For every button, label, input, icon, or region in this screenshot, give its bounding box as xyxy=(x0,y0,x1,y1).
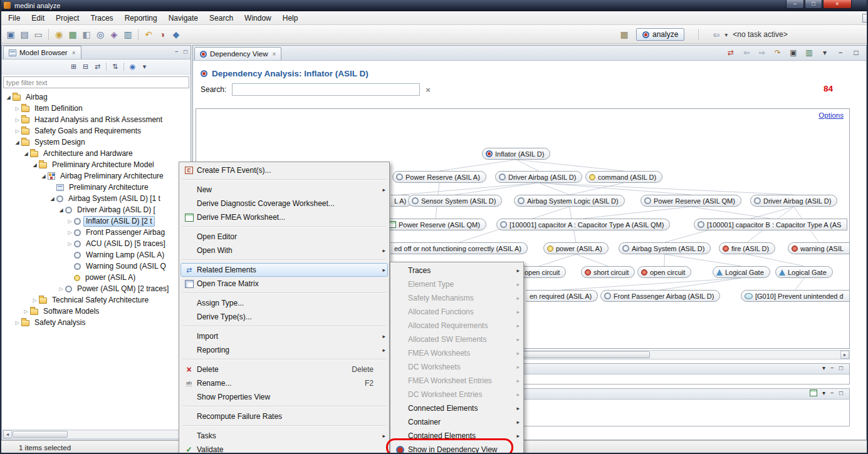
graph-node[interactable]: en required (ASIL A) xyxy=(526,290,598,302)
view-menu-caret-icon[interactable]: ▾ xyxy=(820,48,830,58)
options-link[interactable]: Options xyxy=(818,111,844,119)
context-menu-item[interactable]: Recompute Failure Rates xyxy=(180,410,388,423)
scroll-right-icon[interactable]: ▸ xyxy=(840,351,849,359)
graph-node[interactable]: short circuit xyxy=(581,266,635,278)
panel-menu-caret-icon[interactable]: ▾ xyxy=(822,364,825,371)
snapshot-icon[interactable]: ▣ xyxy=(788,48,798,58)
panel-minimize-icon[interactable]: − xyxy=(830,364,834,371)
context-menu-item[interactable]: Open Editor xyxy=(180,230,388,244)
tree-twistie-icon[interactable] xyxy=(22,309,30,314)
tree-item[interactable]: Technical Safety Architecture xyxy=(2,294,191,306)
task-caret-icon[interactable]: ▾ xyxy=(724,31,728,38)
link-editor-icon[interactable]: ⇄ xyxy=(92,62,103,72)
tree-item[interactable]: Preliminary Architecture xyxy=(2,182,191,193)
submenu-item[interactable]: Connected Elements xyxy=(392,401,522,415)
tree-item[interactable]: power (ASIL A) xyxy=(2,272,191,283)
submenu-item[interactable]: Container xyxy=(392,415,522,429)
context-menu-item[interactable]: Import xyxy=(180,329,388,343)
panel-minimize-icon[interactable]: − xyxy=(175,48,179,55)
undo-icon[interactable]: ↶ xyxy=(142,28,155,41)
print-icon[interactable]: ▭ xyxy=(31,28,45,41)
collapse-all-icon[interactable]: ⊟ xyxy=(80,62,91,72)
tree-twistie-icon[interactable] xyxy=(13,128,21,134)
context-menu-item[interactable] xyxy=(182,259,386,261)
tree-item[interactable]: Driver Airbag (ASIL D) [ xyxy=(2,204,191,215)
menu-title[interactable]: Traces xyxy=(85,12,118,24)
tree-twistie-icon[interactable] xyxy=(39,173,48,179)
clear-search-icon[interactable]: × xyxy=(426,85,431,95)
brush-icon[interactable]: ◆ xyxy=(169,28,183,41)
menu-item-show-in-dependency-view[interactable]: Show in Dependency View xyxy=(392,443,522,454)
tree-twistie-icon[interactable] xyxy=(13,106,21,111)
menu-title[interactable]: Navigate xyxy=(163,12,204,24)
tree-twistie-icon[interactable] xyxy=(57,207,65,213)
panel-toolbar-icon[interactable] xyxy=(123,63,124,71)
sort-icon[interactable]: ⇅ xyxy=(110,62,120,72)
submenu-item[interactable]: DC Worksheet Entries xyxy=(392,388,522,401)
perspective-icon-partial[interactable] xyxy=(862,14,868,23)
graph-node[interactable]: Logical Gate xyxy=(713,266,770,278)
tree-item[interactable]: Airbag System (ASIL D) [1 t xyxy=(2,193,191,204)
toolbar-icon[interactable] xyxy=(138,29,139,40)
graph-node[interactable]: Driver Airbag (ASIL D) xyxy=(495,171,582,183)
context-menu-item[interactable] xyxy=(182,326,386,327)
menu-title[interactable]: Help xyxy=(277,12,304,24)
minimize-view-icon[interactable]: − xyxy=(835,48,845,58)
context-menu-item[interactable]: Open Trace Matrix xyxy=(180,277,388,291)
comment-icon[interactable]: ◉ xyxy=(52,28,66,41)
graph-node[interactable]: fire (ASIL D) xyxy=(719,242,775,254)
panel-menu-caret-icon[interactable]: ▾ xyxy=(822,390,825,396)
tab-close-icon[interactable]: × xyxy=(273,51,276,58)
graph-node[interactable]: open circuit xyxy=(637,266,691,278)
bookmark-icon[interactable]: ◈ xyxy=(107,28,121,41)
menu-title[interactable]: Reporting xyxy=(119,12,163,24)
back-nav-icon[interactable]: ⇦ xyxy=(741,48,751,58)
context-menu-item[interactable] xyxy=(182,425,386,426)
task-board-icon[interactable]: ▦ xyxy=(617,28,631,41)
tree-twistie-icon[interactable] xyxy=(66,230,74,235)
tree-item[interactable]: System Design xyxy=(2,137,191,148)
submenu-item[interactable]: Element Type xyxy=(392,277,522,291)
submenu-item[interactable]: FMEA Worksheet Entries xyxy=(392,374,522,388)
tree-item[interactable]: Hazard Analysis and Risk Assessment xyxy=(2,114,191,125)
tree-item[interactable]: ACU (ASIL D) [5 traces] xyxy=(2,238,191,249)
context-menu-item[interactable]: Show Properties View xyxy=(180,390,388,404)
task-back-icon[interactable]: ⇦ xyxy=(713,30,719,39)
scroll-left-icon[interactable]: ◂ xyxy=(3,430,12,438)
submenu-item[interactable]: Contained Elements xyxy=(392,429,522,443)
submenu-item[interactable]: Allocated Requirements xyxy=(392,319,522,333)
panel-toolbar-icon[interactable] xyxy=(106,63,107,71)
tree-item[interactable]: Safety Analysis xyxy=(2,317,191,328)
scrollbar-thumb[interactable] xyxy=(13,431,68,438)
save-icon[interactable]: ▤ xyxy=(18,28,31,41)
search-input[interactable] xyxy=(232,83,420,96)
tree-twistie-icon[interactable] xyxy=(66,241,74,247)
tree-twistie-icon[interactable] xyxy=(31,162,39,168)
graph-node[interactable]: warning (ASIL xyxy=(788,242,850,254)
minimize-button[interactable]: − xyxy=(786,0,804,9)
context-menu-item[interactable]: Assign Type... xyxy=(180,296,388,310)
tree-item[interactable]: Airbag Preliminary Architecture xyxy=(2,170,191,182)
menu-title[interactable]: Window xyxy=(239,12,277,24)
submenu-item[interactable]: Allocated SW Elements xyxy=(392,333,522,346)
graph-node[interactable]: [100001] capacitor B : Capacitor Type A … xyxy=(694,219,847,230)
tree-twistie-icon[interactable] xyxy=(13,140,21,145)
context-menu-item[interactable]: Derive FMEA Worksheet... xyxy=(180,210,388,224)
close-button[interactable]: × xyxy=(823,0,852,9)
tree-item[interactable]: Warning Sound (ASIL Q xyxy=(2,261,191,272)
tree-twistie-icon[interactable] xyxy=(22,151,30,157)
analyze-button[interactable]: analyze xyxy=(636,28,684,41)
tree-item[interactable]: Power (ASIL QM) [2 traces] xyxy=(2,283,191,294)
chart-icon[interactable]: ▥ xyxy=(804,48,814,58)
context-menu-item[interactable] xyxy=(182,292,386,294)
submenu-item[interactable]: DC Worksheets xyxy=(392,360,522,374)
graph-node[interactable]: [G010] Prevent unintended d xyxy=(741,290,850,302)
graph-node[interactable]: Power Reserve (ASIL A) xyxy=(392,171,486,183)
submenu-item[interactable]: Traces xyxy=(392,264,522,277)
tree-item[interactable]: Airbag xyxy=(2,91,191,103)
view-menu-icon[interactable]: ▾ xyxy=(139,62,150,72)
context-menu-item[interactable]: New xyxy=(180,183,388,197)
context-menu-item[interactable]: Derive Diagnostic Coverage Worksheet... xyxy=(180,197,388,210)
graph-node[interactable]: Power Reserve (ASIL QM) xyxy=(641,195,741,207)
graph-node[interactable]: Airbag System Logic (ASIL D) xyxy=(514,195,625,207)
